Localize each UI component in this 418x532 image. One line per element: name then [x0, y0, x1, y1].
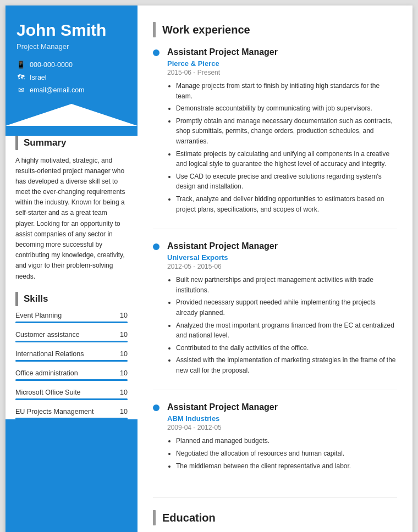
job-bullet: Estimate projects by calculating and uni… — [176, 149, 397, 169]
skills-section-header: Skills — [15, 292, 128, 306]
job-bullet: The middleman between the client represe… — [176, 461, 397, 472]
skill-label: EU Projects Management — [15, 408, 94, 415]
skill-bar-fill — [15, 379, 128, 381]
candidate-name: John Smith — [16, 21, 127, 40]
job-entry: Assistant Project Manager Universal Expo… — [153, 241, 397, 390]
skill-bar-bg — [15, 379, 128, 381]
education-bar — [153, 510, 156, 525]
job-bullet: Track, analyze and deliver bidding oppor… — [176, 194, 397, 214]
summary-section-header: Summary — [15, 136, 128, 150]
job-bullet: Use CAD to execute precise and creative … — [176, 171, 397, 192]
job-entry: Assistant Project Manager Pierce & Pierc… — [153, 47, 397, 229]
job-role: Assistant Project Manager — [167, 402, 397, 412]
job-bullet: Manage projects from start to finish by … — [176, 81, 397, 101]
skill-item: Office administration 10 — [15, 369, 128, 381]
work-experience-header: Work experience — [153, 22, 397, 37]
phone-icon: 📱 — [16, 60, 25, 69]
summary-text: A highly motivated, strategic, and resul… — [15, 156, 128, 282]
job-bullet: Promptly obtain and manage necessary doc… — [176, 116, 397, 147]
job-entry: Assistant Project Manager ABM Industries… — [153, 402, 397, 485]
job-bullets: Manage projects from start to finish by … — [167, 81, 397, 214]
skill-label: Microsoft Office Suite — [15, 389, 81, 396]
job-bullet: Built new partnerships and project manag… — [176, 275, 397, 295]
summary-bar — [15, 136, 18, 150]
job-dates: 2012-05 - 2015-06 — [167, 263, 397, 270]
education-title: Education — [162, 512, 216, 524]
skill-label-row: Office administration 10 — [15, 369, 128, 377]
job-bullet: Analyzed the most important programs fin… — [176, 320, 397, 341]
sidebar: John Smith Project Manager 📱 000-000-000… — [6, 5, 138, 532]
section-divider — [153, 497, 397, 498]
job-dot — [153, 243, 160, 250]
skill-item: International Relations 10 — [15, 350, 128, 362]
skill-label: Office administration — [15, 369, 78, 377]
skills-title: Skills — [24, 293, 48, 304]
job-content: Assistant Project Manager ABM Industries… — [167, 402, 397, 473]
job-bullet: Planned and managed budgets. — [176, 436, 397, 446]
sidebar-body: Summary A highly motivated, strategic, a… — [6, 136, 138, 419]
work-bar — [153, 22, 156, 37]
skills-list: Event Planning 10 Customer assistance 10… — [15, 312, 128, 419]
skill-score: 10 — [120, 331, 128, 339]
skill-item: EU Projects Management 10 — [15, 408, 128, 419]
skill-label-row: Event Planning 10 — [15, 312, 128, 319]
skill-bar-fill — [15, 360, 128, 362]
job-role: Assistant Project Manager — [167, 241, 397, 251]
skill-label: International Relations — [15, 350, 84, 358]
skill-label: Event Planning — [15, 312, 62, 319]
job-dot — [153, 49, 160, 56]
phone-item: 📱 000-000-0000 — [16, 60, 127, 69]
location-icon: 🗺 — [16, 73, 25, 82]
location-item: 🗺 Israel — [16, 73, 127, 82]
skill-bar-bg — [15, 418, 128, 419]
job-bullet: Negotiated the allocation of resources a… — [176, 448, 397, 459]
job-company: ABM Industries — [167, 414, 397, 423]
resume-container: John Smith Project Manager 📱 000-000-000… — [6, 5, 413, 532]
job-content: Assistant Project Manager Universal Expo… — [167, 241, 397, 378]
skill-score: 10 — [120, 369, 128, 377]
location-value: Israel — [30, 74, 47, 81]
skill-label-row: Customer assistance 10 — [15, 331, 128, 339]
job-role: Assistant Project Manager — [167, 47, 397, 57]
contact-section: 📱 000-000-0000 🗺 Israel ✉ email@email.co… — [16, 60, 127, 104]
main-content: Work experience Assistant Project Manage… — [138, 5, 413, 532]
skill-item: Event Planning 10 — [15, 312, 128, 323]
skill-score: 10 — [120, 312, 128, 319]
job-company: Pierce & Pierce — [167, 59, 397, 68]
skill-bar-fill — [15, 341, 128, 342]
job-bullet: Provided necessary support needed while … — [176, 297, 397, 318]
jobs-list: Assistant Project Manager Pierce & Pierc… — [153, 47, 397, 485]
skill-bar-bg — [15, 322, 128, 323]
job-dates: 2015-06 - Present — [167, 69, 397, 76]
education-header: Education — [153, 510, 397, 525]
work-experience-title: Work experience — [162, 24, 250, 36]
job-bullet: Contributed to the daily activities of t… — [176, 343, 397, 353]
skill-bar-fill — [15, 322, 128, 323]
email-value: email@email.com — [30, 86, 85, 94]
skill-label-row: Microsoft Office Suite 10 — [15, 389, 128, 396]
sidebar-header: John Smith Project Manager 📱 000-000-000… — [6, 5, 138, 104]
skill-score: 10 — [120, 408, 128, 415]
job-content: Assistant Project Manager Pierce & Pierc… — [167, 47, 397, 217]
skill-bar-bg — [15, 341, 128, 342]
skills-bar — [15, 292, 18, 306]
skill-item: Customer assistance 10 — [15, 331, 128, 342]
job-bullet: Demonstrate accountability by communicat… — [176, 103, 397, 114]
summary-title: Summary — [24, 137, 66, 148]
job-bullets: Built new partnerships and project manag… — [167, 275, 397, 375]
email-item: ✉ email@email.com — [16, 86, 127, 95]
job-dot — [153, 404, 160, 411]
skill-score: 10 — [120, 389, 128, 396]
job-bullets: Planned and managed budgets.Negotiated t… — [167, 436, 397, 471]
job-company: Universal Exports — [167, 253, 397, 262]
skill-label-row: EU Projects Management 10 — [15, 408, 128, 415]
job-dates: 2009-04 - 2012-05 — [167, 424, 397, 431]
skill-label-row: International Relations 10 — [15, 350, 128, 358]
job-bullet: Assisted with the implementation of mark… — [176, 355, 397, 375]
candidate-title: Project Manager — [16, 42, 127, 51]
skill-score: 10 — [120, 350, 128, 358]
skill-bar-fill — [15, 398, 128, 400]
skill-bar-bg — [15, 398, 128, 400]
skill-item: Microsoft Office Suite 10 — [15, 389, 128, 400]
skill-label: Customer assistance — [15, 331, 80, 339]
